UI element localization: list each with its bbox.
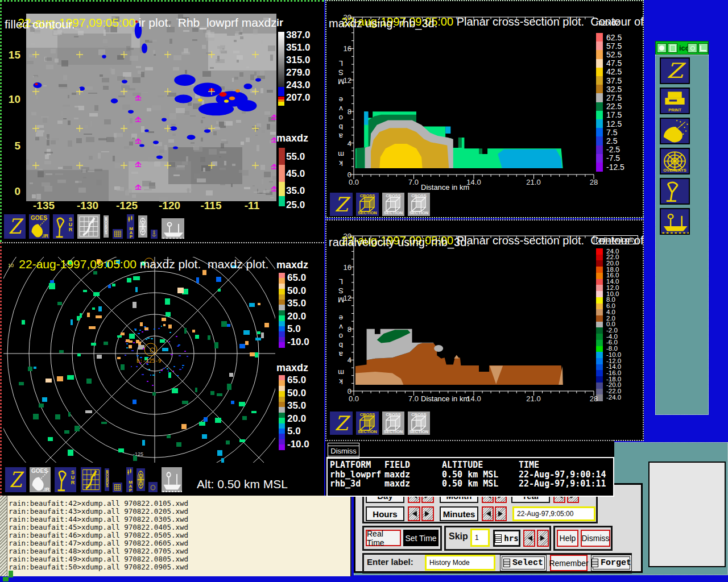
xs1-cross-section-button-1[interactable]: CROSSSECTION (355, 192, 380, 217)
xs2-colorbar-segment (596, 364, 603, 371)
ppi-toolbar-zebra-logo[interactable]: Z (4, 466, 27, 493)
minutes-back-button[interactable] (482, 506, 494, 521)
xs2-colorbar-segment (596, 340, 603, 346)
ppi-colorbar-segment (279, 289, 285, 294)
ppi-colorbar-segment (279, 397, 285, 402)
forget-menu-button[interactable]: Forget (591, 555, 632, 571)
remember-button[interactable]: Remember (550, 555, 588, 571)
ir-colorbar-label: 387.0 (286, 30, 316, 41)
dock-zebra-logo-button[interactable]: Z (660, 57, 690, 84)
ppi-toolbar-circle[interactable] (147, 481, 159, 493)
xterm-window[interactable]: rain:beaufait:42>xdump.all 970822.0105.x… (0, 496, 351, 576)
ir-toolbar-goes-ir[interactable]: GOES.IR (28, 213, 51, 240)
platform-field-dialog: Dismiss PLATFORMFIELDALTITUDETIMErhb_low… (325, 440, 614, 496)
xs2-zebra-logo-button-0[interactable]: Z (329, 410, 354, 436)
hours-forward-button[interactable] (421, 506, 434, 521)
dock-satellite-dish-button[interactable] (660, 118, 690, 144)
xs1-cross-section-button-2-label: SECTION (382, 210, 404, 215)
skip-label: Skip (449, 531, 468, 542)
window-menu-icon[interactable] (657, 43, 667, 53)
ir-toolbar-bounds-label: BOUNDS (104, 217, 108, 234)
hours-button[interactable]: Hours (366, 506, 404, 521)
label-input[interactable]: History Mode (425, 555, 495, 571)
ppi-toolbar-map-label: MAP (128, 480, 133, 492)
platform-table-header: FIELD (384, 460, 410, 470)
ir-x-tick: -130 (69, 199, 106, 212)
xs2-cross-section-button-1[interactable]: CROSSSECTION (355, 410, 380, 436)
xs2-colorbar-segment (596, 297, 603, 304)
skip-back-button[interactable] (523, 530, 535, 547)
xs1-colorbar-segment (596, 85, 603, 94)
ppi-toolbar-bounds[interactable]: BOUNDS (104, 467, 110, 492)
menu-icon (592, 559, 598, 567)
ppi-colorbar-label: 5.0 (287, 426, 319, 437)
xs1-colorbar-segment (596, 146, 603, 155)
ppi-colorbar-segment (279, 315, 285, 321)
ir-toolbar-ship[interactable] (160, 217, 185, 240)
dock-radar-antenna-button[interactable] (660, 178, 690, 205)
ppi-toolbar-radar-sur[interactable]: SUR (53, 466, 77, 493)
ir-toolbar-bounds[interactable]: BOUNDS (102, 214, 110, 239)
platform-table-header: PLATFORM (330, 460, 371, 470)
platform-dismiss-button[interactable]: Dismiss (328, 443, 359, 459)
terminal-line: rain:beaufait:50>xdump.all 970822.0905.x… (9, 563, 188, 571)
ppi-toolbar-radar-grid[interactable] (80, 466, 102, 493)
ir-toolbar-buoy[interactable] (150, 228, 159, 240)
time-input[interactable]: 22-Aug-97,9:05:00 (512, 506, 595, 521)
ppi-toolbar-overlay-rings[interactable] (135, 467, 146, 492)
ir-x-tick: -120 (151, 199, 188, 212)
ppi-toolbar-map[interactable]: MAP (125, 466, 134, 493)
minutes-button[interactable]: Minutes (440, 506, 478, 521)
ppi-colorbar-segment (279, 305, 285, 310)
skip-forward-button[interactable] (537, 530, 549, 547)
ppi-toolbar-ship[interactable] (160, 466, 183, 493)
window-square-icon[interactable] (668, 43, 677, 53)
ppi-toolbar-grid[interactable] (111, 481, 123, 493)
ir-toolbar-radar-grid[interactable] (76, 213, 101, 240)
xs1-zebra-logo-button-0[interactable]: Z (329, 192, 354, 217)
svg-text:Z: Z (10, 468, 24, 492)
dismiss-button[interactable]: Dismiss (581, 530, 610, 547)
ppi-colorbar-label: 20.0 (287, 413, 319, 425)
xs2-colorbar-segment (596, 279, 603, 285)
xs1-x-tick: 7.0 (402, 178, 425, 186)
ir-toolbar-radar-sur[interactable]: SUR (52, 213, 75, 240)
skip-units-menu-button[interactable]: hrs (493, 530, 520, 547)
ir-toolbar-grid[interactable] (111, 228, 124, 240)
terminal-line: rain:beaufait:44>xdump.all 970822.0305.x… (9, 515, 188, 523)
icon-dock-titlebar[interactable]: icon (655, 41, 709, 55)
xs2-colorbar-label: -24.0 (606, 394, 636, 401)
terminal-scrollbar[interactable] (0, 496, 7, 576)
xs1-colorbar-label: -12.5 (606, 163, 636, 172)
ir-y-tick: 0 (1, 185, 20, 198)
minutes-forward-button[interactable] (495, 506, 507, 521)
skip-input[interactable]: 1 (470, 529, 490, 547)
platform-dismiss-label: Dismiss (328, 446, 359, 456)
xs1-cross-section-button-2[interactable]: CROSSSECTION (381, 192, 406, 217)
xs2-colorbar-segment (596, 267, 603, 273)
xs1-cross-section-button-3-label: SECTION (408, 210, 430, 215)
forget-label: Forget (601, 558, 631, 568)
ppi-colorbar-segment (279, 321, 285, 327)
ppi-toolbar-goes-ir-label: GOES (31, 468, 48, 474)
ir-colorbar-label: 243.0 (286, 80, 316, 91)
xs2-cross-section-button-3[interactable]: CROSSSECTION (407, 410, 431, 436)
set-time-button[interactable]: Set Time (403, 530, 439, 546)
window-dot-icon[interactable] (688, 43, 697, 53)
help-button[interactable]: Help (557, 530, 578, 547)
real-time-button[interactable]: Real Time (366, 530, 401, 546)
ppi-colorbar-segment (279, 342, 285, 348)
window-iconify-icon[interactable] (698, 43, 708, 53)
xs1-cross-section-button-3[interactable]: CROSSSECTION (407, 192, 431, 217)
dock-print-button[interactable]: PRINT (660, 88, 690, 114)
hours-back-button[interactable] (408, 506, 420, 521)
ppi-toolbar-goes-ir[interactable]: GOES.IR (28, 466, 52, 493)
xs2-cross-section-button-2[interactable]: CROSSSECTION (381, 410, 406, 436)
ir-toolbar-zebra-logo[interactable]: Z (3, 213, 27, 240)
dock-ship-button[interactable] (660, 208, 690, 235)
ppi-radar-display: b:-125-910-125 (3, 257, 275, 463)
dock-overlays-button[interactable]: OVERLAYS (660, 148, 690, 174)
ir-toolbar-map[interactable]: MAP (126, 213, 135, 240)
select-menu-button[interactable]: Select (500, 555, 547, 571)
ir-toolbar-overlay-rings[interactable] (137, 214, 148, 239)
